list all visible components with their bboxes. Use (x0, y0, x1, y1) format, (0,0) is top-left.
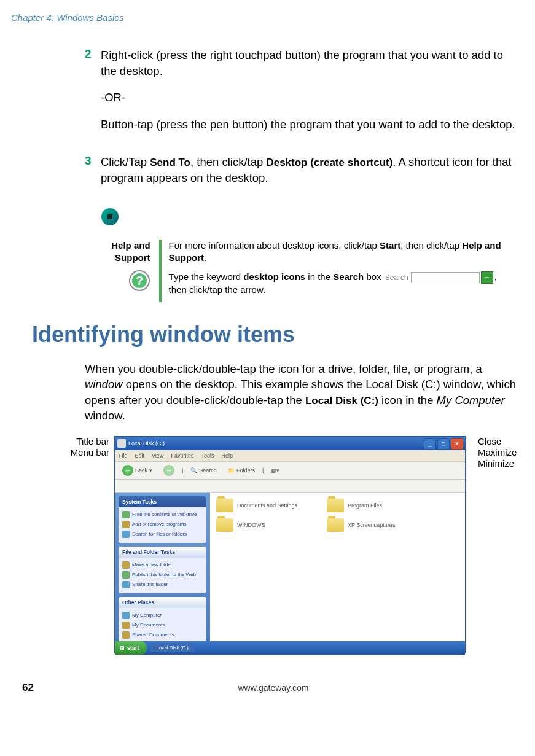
section-heading: Identifying window items (32, 322, 524, 348)
panel-header[interactable]: File and Folder Tasks (119, 547, 206, 558)
folder-icon (327, 518, 344, 532)
task-item[interactable]: Share this folder (122, 580, 203, 590)
callout-line (79, 453, 114, 453)
place-label: My Documents (132, 622, 165, 628)
text: , then click/tap (190, 155, 266, 168)
search-button[interactable]: 🔍 Search (187, 466, 221, 475)
text: For more information about desktop icons… (169, 240, 380, 251)
callout-close: Close (478, 436, 501, 446)
step-2-or: -OR- (101, 90, 518, 106)
task-label: Publish this folder to the Web (132, 572, 196, 577)
page-footer: 62 www.gateway.com (11, 682, 524, 694)
window-sidebar: System Tasks Hide the contents of this d… (115, 493, 210, 641)
taskbar[interactable]: ⊞start Local Disk (C:) (115, 641, 465, 655)
callout-line (74, 442, 114, 442)
window-title-text: Local Disk (C:) (128, 440, 165, 446)
callout-maximize: Maximize (478, 447, 517, 458)
search-widget-input (411, 272, 480, 283)
example-window: Local Disk (C:) _ □ × File Edit View Fav… (114, 436, 466, 653)
start-icon: ⊞ (120, 645, 125, 651)
step-body: Right-click (press the right touchpad bu… (101, 47, 518, 143)
views-button[interactable]: ▦▾ (267, 466, 283, 475)
step-2-p2: Button-tap (press the pen button) the pr… (101, 117, 518, 133)
step-2-p1: Right-click (press the right touchpad bu… (101, 47, 518, 79)
folder-icon (216, 518, 233, 532)
folder-item[interactable]: Program Files (327, 499, 425, 512)
task-item[interactable]: Search for files or folders (122, 529, 203, 539)
folder-item[interactable]: XP Screencaptures (327, 518, 425, 532)
task-item[interactable]: Hide the contents of this drive (122, 510, 203, 520)
window-title-bar[interactable]: Local Disk (C:) _ □ × (115, 437, 465, 450)
place-item[interactable]: My Computer (122, 610, 203, 620)
task-item[interactable]: Add or remove programs (122, 520, 203, 529)
step-number: 3 (85, 154, 101, 197)
text: window. (85, 409, 125, 422)
taskbar-item[interactable]: Local Disk (C:) (150, 643, 195, 652)
text: Click/Tap (101, 155, 150, 168)
place-icon (122, 631, 130, 639)
folder-label: Program Files (348, 502, 382, 509)
folder-item[interactable]: WINDOWS (216, 518, 314, 532)
address-bar[interactable] (115, 480, 465, 493)
folder-icon (216, 499, 233, 512)
task-label: Hide the contents of this drive (132, 512, 197, 517)
place-label: Shared Documents (132, 632, 174, 637)
end-of-steps-icon (101, 208, 524, 226)
minimize-button[interactable]: _ (424, 438, 436, 450)
step-2: 2 Right-click (press the right touchpad … (85, 47, 518, 143)
search-widget-arrow-icon: → (481, 271, 493, 284)
help-and-support-box: Help and Support ? For more information … (92, 240, 506, 302)
text: . (204, 252, 206, 263)
help-icon: ? (92, 270, 150, 292)
search-widget: Search→ (385, 271, 493, 284)
section-paragraph: When you double-click/double-tap the ico… (85, 361, 520, 424)
folders-button[interactable]: 📁 Folders (224, 466, 259, 475)
maximize-button[interactable]: □ (437, 438, 450, 450)
place-item[interactable]: Shared Documents (122, 630, 203, 640)
task-item[interactable]: Make a new folder (122, 560, 203, 570)
task-icon (122, 511, 130, 518)
menu-file[interactable]: File (119, 453, 128, 459)
window-icon (117, 439, 126, 448)
footer-url: www.gateway.com (34, 683, 513, 693)
place-item[interactable]: My Documents (122, 620, 203, 630)
folder-label: WINDOWS (237, 522, 265, 528)
back-icon: ← (122, 465, 133, 476)
file-folder-tasks-panel: File and Folder Tasks Make a new folder … (119, 547, 206, 593)
search-btn-label: Search (199, 467, 217, 473)
task-item[interactable]: Publish this folder to the Web (122, 570, 203, 580)
step-3-text: Click/Tap Send To, then click/tap Deskto… (101, 154, 518, 185)
text: , then click/tap (400, 240, 462, 251)
close-button[interactable]: × (451, 438, 463, 450)
help-title: Help and Support (92, 240, 150, 263)
forward-button[interactable]: → (160, 464, 178, 477)
step-number: 2 (85, 47, 101, 143)
start-button[interactable]: ⊞start (115, 641, 147, 655)
task-label: Add or remove programs (132, 521, 186, 527)
svg-rect-1 (107, 214, 112, 219)
folder-label: XP Screencaptures (348, 522, 395, 528)
panel-header[interactable]: System Tasks (119, 496, 206, 507)
menu-help[interactable]: Help (221, 453, 233, 459)
search-label: Search (333, 271, 364, 282)
back-button[interactable]: ←Back ▾ (119, 464, 156, 477)
folder-item[interactable]: Documents and Settings (216, 499, 314, 512)
callout-minimize: Minimize (478, 458, 514, 469)
menu-tools[interactable]: Tools (201, 453, 214, 459)
text: box (364, 271, 384, 282)
menu-edit[interactable]: Edit (135, 453, 145, 459)
help-p1: For more information about desktop icons… (169, 240, 506, 265)
local-disk-label: Local Disk (C:) (305, 395, 378, 407)
menu-favorites[interactable]: Favorites (171, 453, 193, 459)
folders-btn-label: Folders (236, 467, 255, 473)
panel-header[interactable]: Other Places (119, 597, 206, 608)
window-toolbar: ←Back ▾ → | 🔍 Search 📁 Folders | ▦▾ (115, 462, 465, 480)
place-icon (122, 622, 130, 629)
place-icon (122, 612, 130, 619)
task-label: Search for files or folders (132, 531, 187, 537)
place-label: My Computer (132, 612, 162, 618)
window-menu-bar[interactable]: File Edit View Favorites Tools Help (115, 450, 465, 462)
menu-view[interactable]: View (152, 453, 163, 459)
help-p2: Type the keyword desktop icons in the Se… (169, 271, 506, 296)
window-content[interactable]: Documents and Settings Program Files WIN… (210, 493, 465, 641)
